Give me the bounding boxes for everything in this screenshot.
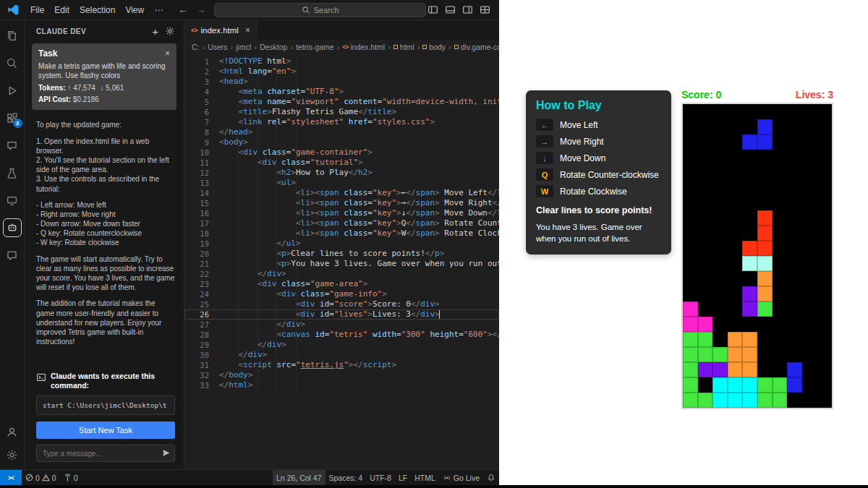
line-number[interactable]: 33: [184, 380, 219, 390]
back-arrow-icon[interactable]: ←: [178, 4, 187, 15]
line-number[interactable]: 5: [184, 97, 219, 107]
remote-indicator[interactable]: ><: [0, 470, 22, 485]
activity-extensions[interactable]: 3: [0, 104, 25, 132]
line-number[interactable]: 8: [184, 127, 219, 137]
breadcrumb-item[interactable]: tetris-game: [296, 43, 334, 51]
code-line-20[interactable]: 20 <p>Clear lines to score points!</p>: [184, 249, 499, 259]
breadcrumb-item[interactable]: div.game-container: [454, 43, 499, 51]
line-number[interactable]: 27: [184, 320, 219, 330]
breadcrumb-item[interactable]: <>index.html: [342, 43, 385, 51]
line-number[interactable]: 30: [184, 350, 219, 360]
code-line-2[interactable]: 2<html lang="en">: [184, 67, 499, 77]
activity-run-debug[interactable]: [0, 77, 25, 104]
indentation-setting[interactable]: Spaces: 4: [326, 470, 367, 485]
code-line-14[interactable]: 14 <li><span class="key">←</span> Move L…: [184, 188, 499, 198]
line-number[interactable]: 9: [184, 137, 219, 147]
activity-chat[interactable]: [0, 132, 25, 159]
code-line-27[interactable]: 27 </div>: [184, 320, 499, 330]
code-line-19[interactable]: 19 </ul>: [184, 239, 499, 249]
line-number[interactable]: 18: [184, 228, 219, 239]
code-line-28[interactable]: 28 <canvas id="tetris" width="300" heigh…: [184, 330, 499, 340]
activity-remote-explorer[interactable]: [0, 187, 25, 214]
activity-testing[interactable]: [0, 159, 25, 187]
message-input[interactable]: [36, 445, 175, 462]
line-number[interactable]: 4: [184, 87, 219, 97]
start-new-task-button[interactable]: Start New Task: [36, 421, 175, 439]
line-number[interactable]: 3: [184, 77, 219, 87]
code-line-6[interactable]: 6 <title>Flashy Tetris Game</title>: [184, 107, 499, 117]
toggle-sidebar-icon[interactable]: [427, 4, 438, 15]
new-task-icon[interactable]: +: [152, 26, 158, 37]
line-number[interactable]: 28: [184, 330, 219, 340]
line-number[interactable]: 25: [184, 299, 219, 309]
cursor-position[interactable]: Ln 26, Col 47: [273, 470, 325, 485]
line-number[interactable]: 14: [184, 188, 219, 198]
line-number[interactable]: 15: [184, 198, 219, 208]
activity-claude-dev[interactable]: [0, 214, 25, 241]
line-number[interactable]: 32: [184, 370, 219, 380]
code-line-18[interactable]: 18 <li><span class="key">W</span> Rotate…: [184, 228, 499, 239]
code-line-25[interactable]: 25 <div id="score">Score: 0</div>: [184, 299, 499, 309]
breadcrumb-item[interactable]: Users: [208, 43, 227, 51]
breadcrumb-item[interactable]: C:: [192, 43, 200, 51]
code-line-16[interactable]: 16 <li><span class="key">↓</span> Move D…: [184, 208, 499, 218]
code-line-29[interactable]: 29 </div>: [184, 340, 499, 350]
code-line-3[interactable]: 3<head>: [184, 77, 499, 87]
toggle-panel-icon[interactable]: [445, 4, 456, 15]
code-line-15[interactable]: 15 <li><span class="key">→</span> Move R…: [184, 198, 499, 208]
activity-search[interactable]: [0, 49, 25, 77]
send-icon[interactable]: [161, 448, 171, 458]
line-number[interactable]: 19: [184, 239, 219, 249]
line-number[interactable]: 6: [184, 107, 219, 117]
line-number[interactable]: 26: [184, 309, 219, 320]
activity-explorer[interactable]: [0, 22, 25, 49]
breadcrumb-item[interactable]: Desktop: [260, 43, 288, 51]
notifications-button[interactable]: [483, 470, 499, 485]
line-number[interactable]: 12: [184, 168, 219, 178]
problems-indicator[interactable]: 0 0: [22, 470, 60, 485]
line-number[interactable]: 31: [184, 360, 219, 370]
code-line-8[interactable]: 8</head>: [184, 127, 499, 137]
menu-more[interactable]: ⋯: [149, 3, 168, 17]
command-center-search[interactable]: Search: [214, 3, 426, 17]
line-number[interactable]: 7: [184, 117, 219, 127]
code-line-31[interactable]: 31 <script src="tetris.js"></script>: [184, 360, 499, 370]
line-number[interactable]: 21: [184, 259, 219, 269]
code-line-21[interactable]: 21 <p>You have 3 lives. Game over when y…: [184, 259, 499, 269]
line-number[interactable]: 1: [184, 56, 219, 67]
close-icon[interactable]: ×: [245, 25, 250, 35]
tab-index-html[interactable]: <> index.html ×: [184, 20, 258, 40]
code-line-12[interactable]: 12 <h2>How to Play</h2>: [184, 168, 499, 178]
code-line-1[interactable]: 1<!DOCTYPE html>: [184, 56, 499, 67]
code-line-9[interactable]: 9<body>: [184, 137, 499, 147]
line-number[interactable]: 2: [184, 67, 219, 77]
line-number[interactable]: 10: [184, 147, 219, 158]
line-number[interactable]: 22: [184, 269, 219, 279]
breadcrumb-item[interactable]: jimcl: [236, 43, 251, 51]
ports-indicator[interactable]: 0: [60, 470, 82, 485]
code-line-33[interactable]: 33</html>: [184, 380, 499, 390]
settings-gear-icon[interactable]: [165, 26, 175, 36]
menu-view[interactable]: View: [120, 3, 149, 17]
activity-comments[interactable]: [0, 241, 25, 269]
line-number[interactable]: 23: [184, 279, 219, 289]
code-line-10[interactable]: 10 <div class="game-container">: [184, 147, 499, 158]
encoding-setting[interactable]: UTF-8: [366, 470, 395, 485]
code-line-4[interactable]: 4 <meta charset="UTF-8">: [184, 87, 499, 97]
code-line-30[interactable]: 30 </div>: [184, 350, 499, 360]
code-line-23[interactable]: 23 <div class="game-area">: [184, 279, 499, 289]
menu-edit[interactable]: Edit: [49, 3, 75, 17]
line-number[interactable]: 24: [184, 289, 219, 299]
breadcrumb-item[interactable]: html: [393, 43, 414, 51]
code-line-32[interactable]: 32</body>: [184, 370, 499, 380]
code-line-26[interactable]: 26 <div id="lives">Lives: 3</div>: [184, 309, 499, 320]
code-line-24[interactable]: 24 <div class="game-info">: [184, 289, 499, 299]
code-line-17[interactable]: 17 <li><span class="key">Q</span> Rotate…: [184, 218, 499, 228]
toggle-secondary-sidebar-icon[interactable]: [462, 4, 473, 15]
eol-setting[interactable]: LF: [395, 470, 411, 485]
code-line-13[interactable]: 13 <ul>: [184, 178, 499, 188]
account-button[interactable]: [0, 420, 25, 443]
close-task-icon[interactable]: ×: [165, 48, 170, 59]
code-line-7[interactable]: 7 <link rel="stylesheet" href="styles.cs…: [184, 117, 499, 127]
customize-layout-icon[interactable]: [480, 4, 490, 15]
